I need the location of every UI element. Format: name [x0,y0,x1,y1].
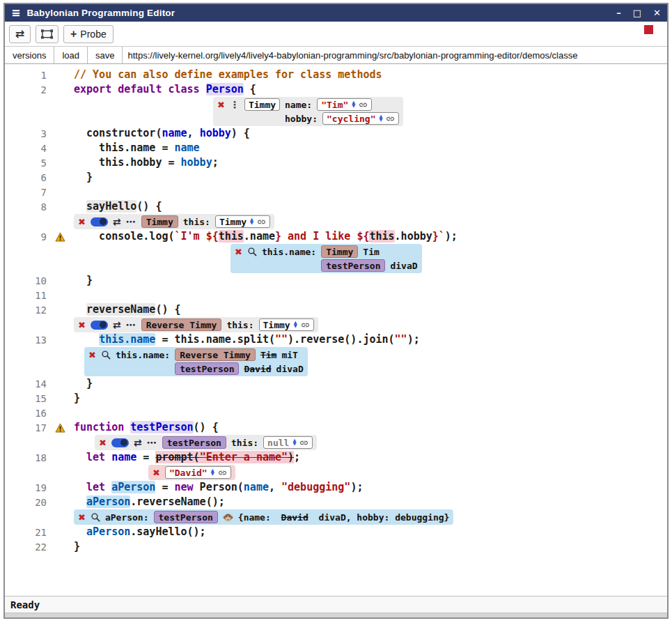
code-content[interactable]: // You can also define examples for clas… [74,68,382,82]
code-content[interactable]: } [74,273,93,288]
frame-select-button[interactable] [36,25,58,43]
code-content[interactable]: aPerson.sayHello(); [74,525,206,539]
example-toggle[interactable] [91,321,108,330]
stepper-icon[interactable]: ▲▼ [352,101,355,109]
value-input[interactable]: null▲▼ [263,436,313,449]
code-content[interactable]: function testPerson() { [74,420,219,435]
value-input[interactable]: "Tim"▲▼ [317,98,372,111]
code-token: } [74,171,93,183]
toolbar: ⇄ + Probe [5,22,667,46]
value-input[interactable]: "David"▲▼ [165,466,231,479]
link-icon[interactable] [218,468,227,477]
swap-arrows-icon[interactable]: ⇄ [113,217,121,226]
code-content[interactable]: aPerson.reverseName(); [74,495,225,509]
example-toggle[interactable] [111,438,129,447]
swap-button[interactable]: ⇄ [9,25,31,43]
gutter: 17 [5,420,74,435]
example-badge[interactable]: Reverse Timmy [175,348,256,361]
minimize-icon[interactable]: – [616,8,621,17]
add-probe-button[interactable]: + Probe [63,25,114,43]
code-content[interactable]: this.name = this.name.split("").reverse(… [74,332,420,347]
save-button[interactable]: save [88,47,123,63]
delete-annotation-icon[interactable]: ✖ [88,351,96,360]
probe-old-value: David [244,364,271,374]
kebab-menu-icon[interactable]: ⋮ [230,100,240,109]
gutter: 16 [5,406,74,420]
example-badge[interactable]: Timmy [141,215,178,228]
delete-annotation-icon[interactable]: ✖ [78,217,86,226]
code-token: // You can also define examples for clas… [74,68,382,81]
code-content[interactable]: } [74,376,93,391]
delete-annotation-icon[interactable]: ✖ [153,468,160,477]
value-input[interactable]: Timmy▲▼ [215,215,270,228]
warning-icon[interactable] [55,232,65,242]
link-icon[interactable] [257,217,266,226]
example-badge[interactable]: testPerson [321,259,385,272]
code-token: "debugging" [281,481,350,493]
code-content[interactable]: } [74,170,93,185]
delete-annotation-icon[interactable]: ✖ [235,247,242,256]
close-icon[interactable]: ✕ [653,8,661,17]
annotation-row: ✖⇄⋯Timmythis:Timmy▲▼ [5,214,667,229]
code-content[interactable]: let name = prompt("Enter a name"); [74,450,300,465]
stepper-icon[interactable]: ▲▼ [292,439,296,447]
code-content[interactable]: this.hobby = hobby; [74,155,219,170]
value-input[interactable]: Timmy▲▼ [259,318,314,331]
more-options-icon[interactable]: ⋯ [126,217,136,226]
example-toggle[interactable] [91,217,108,226]
stepper-icon[interactable]: ▲▼ [379,115,382,123]
code-content[interactable]: } [74,539,80,554]
link-icon[interactable] [386,114,395,123]
code-token: sayHello [86,200,136,213]
code-token: Person [206,83,244,95]
delete-annotation-icon[interactable]: ✖ [78,513,86,522]
magnifier-icon[interactable] [247,247,257,256]
link-icon[interactable] [301,321,310,330]
code-token: let [86,481,105,493]
more-options-icon[interactable]: ⋯ [126,320,136,330]
value-input[interactable]: "cycling"▲▼ [322,112,399,125]
code-content[interactable]: sayHello() { [74,199,162,214]
link-icon[interactable] [359,100,368,109]
warning-icon[interactable] [55,423,65,433]
editor[interactable]: 1// You can also define examples for cla… [5,64,667,596]
more-options-icon[interactable]: ⋯ [147,438,157,447]
example-badge[interactable]: testPerson [162,436,226,449]
delete-annotation-icon[interactable]: ✖ [99,438,107,447]
gutter: 18 [5,450,74,465]
versions-button[interactable]: versions [5,47,54,63]
code-content[interactable]: export default class Person { [74,82,256,97]
code-line: 6 } [5,170,667,185]
code-content[interactable]: this.name = name [74,141,200,155]
delete-annotation-icon[interactable]: ✖ [78,321,86,330]
hamburger-menu-icon[interactable]: ≡ [11,8,20,19]
example-badge[interactable]: testPerson [154,511,218,523]
swap-arrows-icon[interactable]: ⇄ [134,438,142,447]
swap-arrows-icon[interactable]: ⇄ [113,320,121,330]
stepper-icon[interactable]: ▲▼ [250,218,253,226]
url-field[interactable]: https://lively-kernel.org/lively4/lively… [123,47,667,63]
value-input[interactable]: Timmy [244,98,280,111]
annotation-row: ✖⇄⋯testPersonthis:null▲▼ [5,435,667,450]
stepper-icon[interactable]: ▲▼ [211,469,214,477]
magnifier-icon[interactable] [101,350,111,360]
probe-value: divaD [276,364,304,374]
code-content[interactable]: reverseName() { [74,302,181,317]
example-widget: ✖⋮Timmyname:"Tim"▲▼hobby:"cycling"▲▼ [213,97,403,126]
code-token: name [111,451,136,463]
code-content[interactable]: } [74,391,80,406]
delete-annotation-icon[interactable]: ✖ [217,100,225,109]
load-button[interactable]: load [54,47,88,63]
stepper-icon[interactable]: ▲▼ [294,321,297,329]
widget-value-row: testPersondivaD [321,259,417,272]
maximize-icon[interactable]: □ [633,8,641,17]
example-badge[interactable]: Timmy [321,245,358,258]
line-number: 2 [5,84,47,95]
code-content[interactable]: let aPerson = new Person(name, "debuggin… [74,480,363,495]
magnifier-icon[interactable] [91,512,100,522]
code-content[interactable]: console.log(`I'm ${this.name} and I like… [74,229,458,244]
link-icon[interactable] [299,438,308,447]
example-badge[interactable]: Reverse Timmy [141,318,222,331]
example-badge[interactable]: testPerson [175,362,239,375]
code-content[interactable]: constructor(name, hobby) { [74,126,250,141]
